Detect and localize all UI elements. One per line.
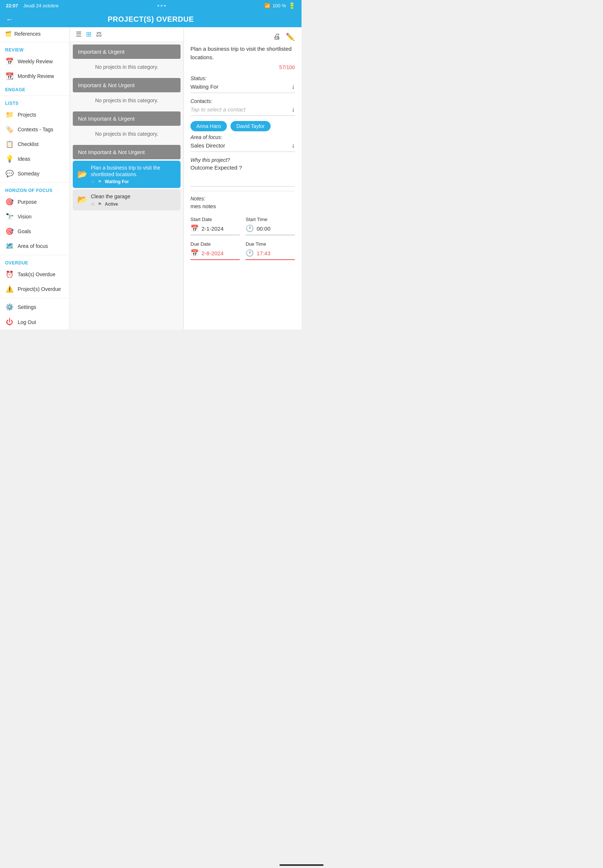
tasks-overdue-icon: ⏰ bbox=[5, 270, 14, 279]
score-label: 57/100 bbox=[190, 64, 295, 70]
divider-5 bbox=[0, 298, 70, 298]
flag-icon-2: ⚑ bbox=[98, 201, 102, 207]
area-of-focus-icon: 🗺️ bbox=[5, 242, 14, 250]
status-bar: 22:07 Jeudi 24 octobre 📶 100 % 🔋 bbox=[0, 0, 302, 11]
contacts-dropdown[interactable]: Tap to select a contact ↓ bbox=[190, 105, 295, 116]
due-date-icon: 📅 bbox=[190, 249, 199, 257]
engage-section-label: ENGAGE bbox=[0, 84, 70, 94]
sidebar-item-logout[interactable]: ⏻ Log Out bbox=[0, 314, 70, 330]
list-view-icon[interactable]: ☰ bbox=[76, 30, 82, 38]
goals-label: Goals bbox=[18, 228, 31, 234]
someday-label: Someday bbox=[18, 171, 39, 176]
category-not-important-urgent: Not Important & Urgent bbox=[73, 111, 181, 126]
chip-anna-haro[interactable]: Anna Haro bbox=[190, 121, 227, 131]
checklist-icon: 📋 bbox=[5, 140, 14, 148]
area-of-focus-chevron: ↓ bbox=[292, 142, 295, 149]
category-not-important-not-urgent: Not Important & Not Urgent bbox=[73, 145, 181, 159]
status-right: 📶 100 % 🔋 bbox=[264, 2, 295, 9]
due-time-value[interactable]: 🕐 17:43 bbox=[246, 249, 295, 260]
chip-david-taylor[interactable]: David Taylor bbox=[230, 121, 271, 131]
weekly-review-label: Weekly Review bbox=[18, 59, 53, 64]
star-icon-1: ☆ bbox=[91, 179, 95, 184]
sidebar-item-references[interactable]: 🗂️ References bbox=[0, 27, 70, 40]
sidebar-item-vision[interactable]: 🔭 Vision bbox=[0, 209, 70, 224]
status-dropdown[interactable]: Waiting For ↓ bbox=[190, 83, 295, 93]
purpose-label: Purpose bbox=[18, 199, 37, 205]
divider-3 bbox=[0, 183, 70, 183]
ideas-icon: 💡 bbox=[5, 155, 14, 163]
outcome-value: Outcome Expected ? bbox=[190, 164, 295, 186]
sidebar-item-checklist[interactable]: 📋 Checklist bbox=[0, 137, 70, 152]
overdue-section-label: OVERDUE bbox=[0, 257, 70, 267]
tasks-overdue-label: Task(s) Overdue bbox=[18, 271, 56, 277]
due-date-value[interactable]: 📅 2-8-2024 bbox=[190, 249, 240, 260]
dates-grid: Start Date 📅 2-1-2024 Start Time 🕐 00:00… bbox=[190, 217, 295, 260]
edit-icon[interactable]: ✏️ bbox=[286, 32, 295, 41]
vision-icon: 🔭 bbox=[5, 213, 14, 221]
lists-section-label: LISTS bbox=[0, 97, 70, 107]
start-date-text: 2-1-2024 bbox=[201, 226, 224, 232]
project-card-garage[interactable]: 📂 Clean the garage ☆ ⚑ Active bbox=[73, 189, 181, 210]
start-date-value[interactable]: 📅 2-1-2024 bbox=[190, 224, 240, 235]
category-important-not-urgent: Important & Not Urgent bbox=[73, 78, 181, 92]
sidebar-item-area-of-focus[interactable]: 🗺️ Area of focus bbox=[0, 239, 70, 254]
projects-label: Projects bbox=[18, 112, 36, 118]
project-card-icon-1: 📂 bbox=[77, 170, 87, 179]
card-meta-2: ☆ ⚑ Active bbox=[91, 201, 176, 207]
why-section: Why this project? Outcome Expected ? bbox=[190, 157, 295, 186]
settings-label: Settings bbox=[18, 304, 36, 310]
sidebar-item-projects[interactable]: 📁 Projects bbox=[0, 107, 70, 122]
app-header: ← PROJECT(S) OVERDUE bbox=[0, 11, 302, 27]
toolbar-left: ☰ ⊞ ⚖ bbox=[76, 30, 102, 38]
purpose-icon: 🎯 bbox=[5, 198, 14, 206]
notes-value: mes notes bbox=[190, 203, 295, 209]
notes-section: Notes: mes notes bbox=[190, 196, 295, 209]
vision-label: Vision bbox=[18, 214, 32, 220]
review-section-label: REVIEW bbox=[0, 44, 70, 54]
sidebar-item-monthly-review[interactable]: 📆 Monthly Review bbox=[0, 69, 70, 84]
why-label: Why this project? bbox=[190, 157, 295, 163]
battery-icon: 🔋 bbox=[288, 2, 295, 9]
checklist-label: Checklist bbox=[18, 141, 39, 147]
print-icon[interactable]: 🖨 bbox=[273, 32, 281, 41]
card-content-1: Plan a business trip to visit the shortl… bbox=[91, 164, 176, 184]
status-badge-2: Active bbox=[105, 201, 118, 207]
due-date-label: Due Date bbox=[190, 241, 240, 247]
sidebar-item-weekly-review[interactable]: 📅 Weekly Review bbox=[0, 54, 70, 69]
divider-1 bbox=[0, 42, 70, 42]
grid-view-icon[interactable]: ⊞ bbox=[86, 30, 91, 38]
sidebar-item-ideas[interactable]: 💡 Ideas bbox=[0, 152, 70, 166]
card-meta-1: ☆ ⚑ Waiting For bbox=[91, 179, 176, 184]
start-time-value[interactable]: 🕐 00:00 bbox=[246, 224, 295, 235]
notes-label: Notes: bbox=[190, 196, 295, 201]
sidebar-item-goals[interactable]: 🎯 Goals bbox=[0, 224, 70, 239]
sidebar-item-someday[interactable]: 💬 Someday bbox=[0, 166, 70, 181]
category-important-urgent: Important & Urgent bbox=[73, 45, 181, 59]
start-time-text: 00:00 bbox=[257, 226, 271, 232]
references-icon: 🗂️ bbox=[5, 31, 11, 37]
main-layout: 🗂️ References REVIEW 📅 Weekly Review 📆 M… bbox=[0, 27, 302, 330]
monthly-review-label: Monthly Review bbox=[18, 73, 54, 79]
right-panel: 🖨 ✏️ Plan a business trip to visit the s… bbox=[184, 27, 302, 330]
area-of-focus-field: Area of focus: Sales Director ↓ bbox=[190, 134, 295, 152]
sidebar-item-purpose[interactable]: 🎯 Purpose bbox=[0, 195, 70, 209]
sidebar-item-tasks-overdue[interactable]: ⏰ Task(s) Overdue bbox=[0, 267, 70, 282]
projects-overdue-label: Project(s) Overdue bbox=[18, 286, 61, 292]
someday-icon: 💬 bbox=[5, 170, 14, 178]
projects-overdue-icon: ⚠️ bbox=[5, 285, 14, 293]
card-title-1: Plan a business trip to visit the shortl… bbox=[91, 164, 176, 178]
status-field: Status: Waiting For ↓ bbox=[190, 76, 295, 93]
no-projects-2: No projects in this category. bbox=[70, 94, 184, 108]
flag-icon-1: ⚑ bbox=[98, 179, 102, 184]
status-chevron: ↓ bbox=[292, 83, 295, 90]
due-time-label: Due Time bbox=[246, 241, 295, 247]
project-card-business-trip[interactable]: 📂 Plan a business trip to visit the shor… bbox=[73, 161, 181, 188]
filter-icon[interactable]: ⚖ bbox=[96, 30, 102, 38]
back-button[interactable]: ← bbox=[6, 15, 13, 23]
sidebar-item-projects-overdue[interactable]: ⚠️ Project(s) Overdue bbox=[0, 282, 70, 296]
sidebar-item-settings[interactable]: ⚙️ Settings bbox=[0, 300, 70, 314]
due-date-text: 2-8-2024 bbox=[201, 250, 224, 256]
sidebar-item-contexts-tags[interactable]: 🏷️ Contexts - Tags bbox=[0, 122, 70, 137]
status-dots bbox=[158, 5, 166, 7]
area-of-focus-dropdown[interactable]: Sales Director ↓ bbox=[190, 142, 295, 152]
